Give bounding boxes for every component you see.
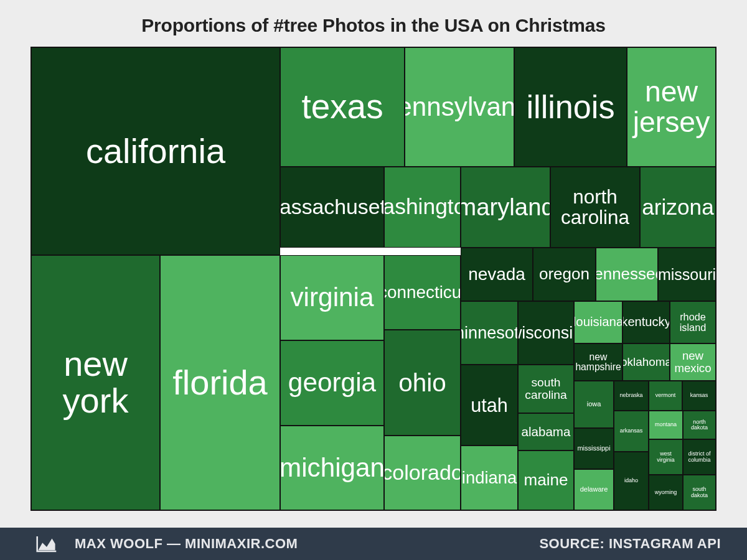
treemap-cell: missouri xyxy=(658,248,716,301)
treemap-cell-label: indiana xyxy=(462,469,517,487)
treemap-cell-label: georgia xyxy=(288,369,376,396)
treemap-cell-label: new york xyxy=(33,346,158,419)
treemap-cell: kentucky xyxy=(622,301,670,343)
treemap-cell-label: maine xyxy=(524,472,568,488)
treemap-cell-label: new jersey xyxy=(629,77,714,137)
treemap-cell-label: arkansas xyxy=(620,428,643,434)
treemap-cell-label: texas xyxy=(301,89,383,125)
treemap-cell: nevada xyxy=(461,248,533,301)
treemap-cell-label: west virginia xyxy=(651,451,681,463)
treemap-cell: arizona xyxy=(640,167,716,248)
treemap-cell-label: idaho xyxy=(624,478,638,483)
treemap-cell: new hampshire xyxy=(574,343,622,381)
treemap-cell: pennsylvania xyxy=(405,47,514,167)
treemap-cell: north carolina xyxy=(550,167,640,248)
treemap-cell-label: oklahoma xyxy=(622,356,670,368)
treemap-cell: south dakota xyxy=(683,475,716,510)
treemap-cell-label: mississippi xyxy=(577,445,610,452)
treemap-cell-label: illinois xyxy=(526,90,614,124)
treemap-cell-label: utah xyxy=(471,395,508,415)
treemap-container: californianew yorkfloridatexaspennsylvan… xyxy=(31,47,716,510)
treemap-cell-label: missouri xyxy=(658,266,716,282)
treemap-cell-label: north dakota xyxy=(685,419,714,431)
treemap-cell: new york xyxy=(31,255,160,510)
treemap-cell: minnesota xyxy=(461,301,518,365)
treemap-cell-label: connecticut xyxy=(384,283,461,301)
treemap-cell: maryland xyxy=(461,167,550,248)
treemap-cell: south carolina xyxy=(518,365,574,413)
treemap-cell-label: colorado xyxy=(384,462,461,484)
treemap-cell: illinois xyxy=(514,47,627,167)
treemap-cell-label: delaware xyxy=(580,486,608,493)
footer-attribution: MAX WOOLF — MINIMAXIR.COM xyxy=(75,536,298,552)
chart-title: Proportions of #tree Photos in the USA o… xyxy=(0,15,747,36)
treemap-cell: massachusetts xyxy=(280,167,384,248)
treemap-cell: new mexico xyxy=(670,343,716,381)
treemap-cell: rhode island xyxy=(670,301,716,343)
treemap-cell: north dakota xyxy=(683,411,716,439)
treemap-cell: vermont xyxy=(649,381,682,411)
treemap-cell-label: north carolina xyxy=(552,187,638,228)
treemap-cell: california xyxy=(31,47,280,255)
treemap-cell: delaware xyxy=(574,469,614,510)
treemap-cell: texas xyxy=(280,47,405,167)
treemap-cell-label: maryland xyxy=(461,195,550,220)
treemap-cell-label: florida xyxy=(172,365,268,401)
treemap-cell-label: vermont xyxy=(655,393,676,398)
treemap-cell-label: district of columbia xyxy=(685,451,714,463)
treemap-cell-label: montana xyxy=(655,422,677,427)
treemap-cell-label: nevada xyxy=(468,265,525,283)
treemap-cell-label: nebraska xyxy=(619,393,642,398)
treemap-cell-label: minnesota xyxy=(461,324,518,342)
treemap-cell: kansas xyxy=(682,381,716,411)
treemap-cell-label: massachusetts xyxy=(280,196,384,218)
treemap-cell: wisconsin xyxy=(518,301,574,365)
treemap-cell: colorado xyxy=(384,436,461,510)
treemap-cell: west virginia xyxy=(649,439,683,475)
treemap-cell: utah xyxy=(461,365,518,446)
treemap-cell: idaho xyxy=(614,452,649,510)
treemap-cell-label: california xyxy=(86,133,225,170)
treemap-cell-label: rhode island xyxy=(672,312,714,333)
treemap-cell-label: alabama xyxy=(522,425,571,439)
footer-source: SOURCE: INSTAGRAM API xyxy=(539,536,721,552)
treemap-cell-label: pennsylvania xyxy=(405,93,514,121)
treemap-cell-label: tennessee xyxy=(596,266,658,282)
treemap-cell: district of columbia xyxy=(683,439,716,475)
treemap-cell: montana xyxy=(649,411,683,439)
treemap-cell: oregon xyxy=(533,248,596,301)
treemap-cell: alabama xyxy=(518,413,574,450)
treemap-cell-label: michigan xyxy=(280,454,384,482)
treemap-cell: washington xyxy=(384,167,461,248)
treemap-cell: connecticut xyxy=(384,255,461,330)
treemap-cell: iowa xyxy=(574,381,614,428)
treemap-cell: ohio xyxy=(384,330,461,436)
treemap-cell: louisiana xyxy=(574,301,622,343)
treemap-cell: indiana xyxy=(461,446,518,510)
treemap-cell: new jersey xyxy=(627,47,716,167)
treemap-cell-label: wisconsin xyxy=(518,324,574,342)
svg-marker-0 xyxy=(38,539,55,551)
treemap-cell: arkansas xyxy=(614,411,649,452)
treemap-cell-label: south dakota xyxy=(685,487,714,498)
treemap-cell: maine xyxy=(518,450,574,510)
treemap-cell-label: arizona xyxy=(642,195,714,218)
treemap-cell-label: washington xyxy=(384,195,461,218)
treemap-cell: oklahoma xyxy=(622,343,670,381)
treemap-cell: nebraska xyxy=(614,381,649,411)
treemap-cell-label: louisiana xyxy=(574,315,622,329)
treemap-cell-label: south carolina xyxy=(520,376,572,401)
treemap-cell-label: kansas xyxy=(690,393,708,398)
treemap-cell: florida xyxy=(160,255,280,510)
treemap-cell: tennessee xyxy=(596,248,658,301)
treemap-cell-label: new hampshire xyxy=(575,352,621,373)
treemap-cell-label: new mexico xyxy=(672,350,714,374)
footer-bar: MAX WOOLF — MINIMAXIR.COM SOURCE: INSTAG… xyxy=(0,528,747,560)
treemap-cell-label: oregon xyxy=(539,266,590,282)
area-chart-icon xyxy=(36,535,57,553)
treemap-cell-label: kentucky xyxy=(622,315,670,329)
treemap-cell: wyoming xyxy=(649,475,683,510)
treemap-cell: mississippi xyxy=(574,428,614,469)
treemap-cell-label: iowa xyxy=(587,401,601,408)
treemap-cell: virginia xyxy=(280,255,384,340)
